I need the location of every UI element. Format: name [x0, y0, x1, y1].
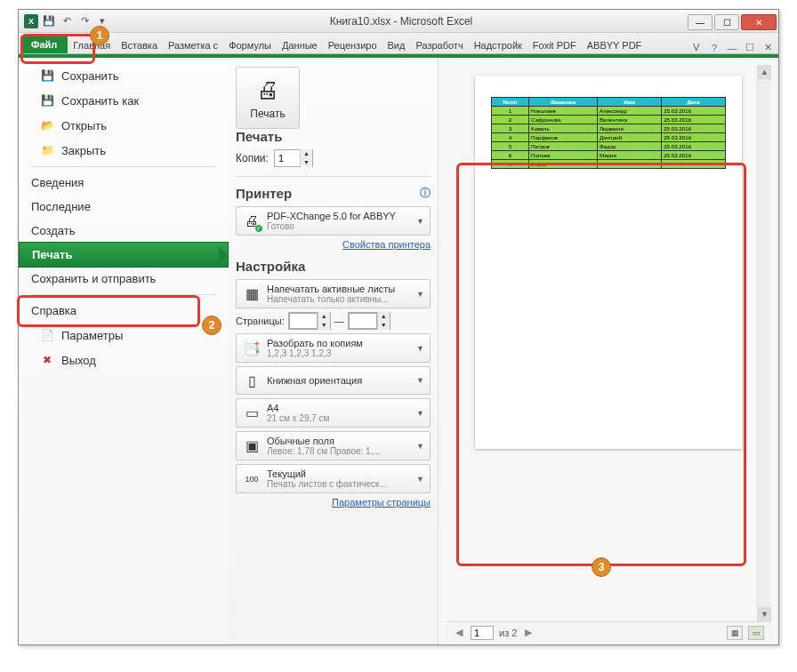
undo-icon[interactable]: ↶ — [60, 14, 74, 28]
sidebar-item-label: Сохранить — [61, 69, 119, 83]
page-from[interactable]: ▲▼ — [288, 312, 331, 330]
page-from-input[interactable] — [289, 313, 318, 329]
table-cell: 25.03.2016 — [662, 151, 726, 160]
spinner-up-icon[interactable]: ▲ — [318, 312, 330, 321]
ribbon-dropdown-icon[interactable]: ᐯ — [689, 42, 704, 53]
spinner-down-icon[interactable]: ▼ — [318, 321, 330, 330]
table-cell: 25.03.2016 — [662, 133, 726, 142]
spinner-up-icon[interactable]: ▲ — [300, 149, 312, 158]
saveas-icon: 💾 — [40, 93, 54, 108]
paper-size-selector[interactable]: ▭ A4 21 см x 29,7 см ▼ — [236, 398, 431, 428]
scaling-selector[interactable]: 100 Текущий Печать листов с фактическ...… — [236, 464, 431, 493]
nav-next-icon[interactable]: ▶ — [522, 627, 535, 638]
print-button[interactable]: 🖨 Печать — [236, 67, 300, 129]
sidebar-item-save[interactable]: 💾Сохранить — [19, 63, 229, 88]
exit-icon: ✖ — [40, 353, 54, 367]
table-cell: Сафронова — [529, 116, 598, 124]
pages-label: Страницы: — [236, 316, 285, 326]
printer-status: Готово — [267, 221, 411, 231]
page-setup-link[interactable]: Параметры страницы — [236, 497, 431, 508]
page-to[interactable]: ▲▼ — [348, 312, 390, 330]
tab-page-layout[interactable]: Разметка с — [163, 36, 223, 53]
print-what-sub: Напечатать только активны... — [267, 294, 411, 304]
sidebar-item-label: Открыть — [61, 119, 107, 132]
spinner-down-icon[interactable]: ▼ — [377, 321, 390, 330]
print-what-selector[interactable]: ▦ Напечатать активные листы Напечатать т… — [236, 279, 431, 308]
copies-input[interactable] — [275, 153, 300, 164]
sidebar-item-saveas[interactable]: 💾Сохранить как — [19, 88, 229, 113]
ribbon-tabs: Файл Главная Вставка Разметка с Формулы … — [19, 33, 778, 54]
tab-developer[interactable]: Разработч — [410, 36, 468, 53]
copies-spinner[interactable]: ▲ ▼ — [274, 149, 313, 167]
sidebar-item-close[interactable]: 📁Закрыть — [19, 138, 229, 163]
tab-data[interactable]: Данные — [277, 36, 323, 53]
doc-minimize-icon[interactable]: — — [725, 43, 739, 53]
zoom-page-icon[interactable]: ▭ — [748, 626, 764, 640]
doc-restore-icon[interactable]: ☐ — [743, 42, 757, 53]
sidebar-item-label: Закрыть — [61, 144, 106, 157]
margins-selector[interactable]: ▣ Обычные поля Левое: 1,78 см Правое: 1,… — [236, 431, 431, 460]
tab-foxit[interactable]: Foxit PDF — [527, 36, 582, 53]
tab-insert[interactable]: Вставка — [116, 36, 163, 53]
table-cell: Дмитрий — [597, 133, 661, 142]
table-cell: 2 — [492, 116, 529, 124]
tab-formulas[interactable]: Формулы — [223, 36, 277, 53]
print-settings-panel: 🖨 Печать Печать Копии: ▲ ▼ — [229, 58, 439, 644]
print-button-label: Печать — [250, 108, 285, 120]
chevron-down-icon: ▼ — [416, 409, 424, 418]
printer-selector[interactable]: 🖨✓ PDF-XChange 5.0 for ABBYY Готово ▼ — [236, 206, 431, 236]
scroll-up-icon[interactable]: ▲ — [758, 65, 771, 79]
nav-prev-icon[interactable]: ◀ — [453, 627, 465, 638]
tab-view[interactable]: Вид — [382, 36, 411, 53]
current-page-input[interactable] — [471, 626, 494, 640]
page-to-input[interactable] — [349, 313, 377, 329]
tab-addins[interactable]: Надстройк — [469, 36, 527, 53]
doc-close-icon[interactable]: ✕ — [761, 42, 775, 53]
print-what-label: Напечатать активные листы — [267, 284, 411, 294]
spinner-down-icon[interactable]: ▼ — [300, 158, 312, 167]
tab-abbyy[interactable]: ABBYY PDF — [582, 36, 648, 53]
table-header: Имя — [597, 98, 661, 107]
printer-properties-link[interactable]: Свойства принтера — [236, 239, 431, 250]
help-icon[interactable]: ? — [707, 43, 721, 53]
sidebar-item-open[interactable]: 📂Открыть — [19, 113, 229, 138]
margins-icon: ▣ — [242, 436, 262, 456]
tab-review[interactable]: Рецензиро — [323, 36, 382, 53]
close-file-icon: 📁 — [40, 143, 54, 157]
save-icon[interactable]: 💾 — [42, 14, 56, 28]
printer-device-icon: 🖨✓ — [242, 212, 262, 231]
maximize-button[interactable]: ☐ — [714, 14, 739, 30]
app-window: X 💾 ↶ ↷ ▾ Книга10.xlsx - Microsoft Excel… — [18, 9, 779, 645]
sidebar-item-label: Печать — [32, 248, 72, 261]
sidebar-item-recent[interactable]: Последние — [19, 195, 229, 219]
table-row: 5ПетровФедор25.03.2016 — [492, 142, 726, 151]
table-row: 4ПарфеновДмитрий25.03.2016 — [492, 133, 726, 142]
close-button[interactable]: ✕ — [741, 14, 777, 30]
sidebar-item-print[interactable]: Печать — [19, 242, 229, 268]
sidebar-item-info[interactable]: Сведения — [19, 171, 229, 195]
table-header: Фамилия — [529, 98, 598, 107]
vertical-scrollbar[interactable]: ▲ ▼ — [757, 65, 771, 621]
sidebar-item-new[interactable]: Создать — [19, 219, 229, 243]
collate-label: Разобрать по копиям — [267, 338, 411, 348]
table-row: 6ПоповаМария25.03.2016 — [492, 151, 726, 160]
table-cell: Людмила — [597, 124, 661, 133]
info-icon[interactable]: ⓘ — [420, 186, 431, 201]
scroll-down-icon[interactable]: ▼ — [758, 607, 771, 621]
margins-sub: Левое: 1,78 см Правое: 1,... — [267, 446, 411, 456]
app-title: Книга10.xlsx - Microsoft Excel — [115, 15, 688, 28]
sidebar-item-exit[interactable]: ✖Выход — [19, 348, 229, 372]
window-buttons: — ☐ ✕ — [688, 12, 778, 30]
collate-selector[interactable]: 📑 Разобрать по копиям 1,2,3 1,2,3 1,2,3 … — [236, 333, 431, 363]
scaling-sub: Печать листов с фактическ... — [267, 479, 411, 489]
show-margins-icon[interactable]: ▦ — [727, 626, 743, 640]
chevron-down-icon: ▼ — [416, 217, 424, 226]
redo-icon[interactable]: ↷ — [77, 14, 92, 28]
chevron-down-icon: ▼ — [416, 344, 424, 353]
margins-label: Обычные поля — [267, 436, 411, 446]
orientation-selector[interactable]: ▯ Книжная ориентация ▼ — [236, 366, 431, 395]
minimize-button[interactable]: — — [688, 14, 712, 30]
table-cell: 25.03.2016 — [662, 116, 726, 124]
sidebar-item-send[interactable]: Сохранить и отправить — [19, 267, 229, 291]
spinner-up-icon[interactable]: ▲ — [377, 312, 390, 321]
